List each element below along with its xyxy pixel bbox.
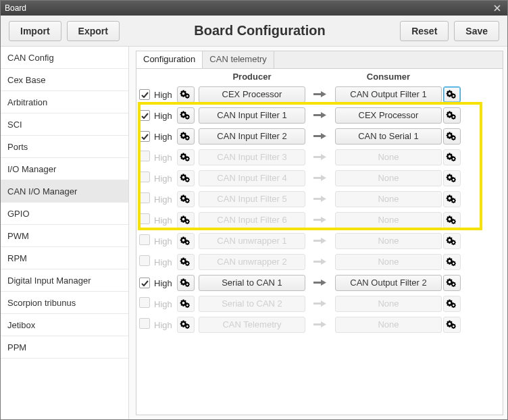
priority-label: High [154,278,172,288]
consumer-settings-icon[interactable] [443,128,461,145]
consumer-settings-icon [443,233,461,249]
producer-select: Serial to CAN 2 [199,296,305,312]
arrow-right-icon [307,235,334,247]
page-title: Board Configuration [122,23,397,38]
consumer-settings-icon [443,191,461,207]
sidebar-item[interactable]: Digital Input Manager [1,269,128,292]
sidebar-item[interactable]: I/O Manager [1,158,128,180]
sidebar-item[interactable]: PWM [1,225,128,247]
priority-label: High [154,257,172,267]
consumer-select[interactable]: CAN Output Filter 1 [335,86,442,103]
producer-settings-icon[interactable] [177,128,195,145]
producer-settings-icon [177,254,195,270]
sidebar-item[interactable]: SCI [1,113,128,136]
arrow-right-icon [307,298,334,310]
arrow-right-icon [307,214,334,226]
sidebar-item[interactable]: RPM [1,247,128,269]
producer-select: CAN Input Filter 6 [199,212,305,228]
tabstrip: ConfigurationCAN telemetry [136,51,503,68]
import-button[interactable]: Import [9,21,61,41]
consumer-settings-icon [443,212,461,228]
consumer-settings-icon [443,149,461,165]
priority-label: High [154,236,172,246]
sidebar-item[interactable]: CAN I/O Manager [1,180,128,203]
tab[interactable]: Configuration [136,51,203,68]
arrow-right-icon [307,109,334,122]
producer-select[interactable]: CEX Processor [199,86,305,103]
consumer-settings-icon [443,254,461,270]
consumer-settings-icon [443,317,461,333]
consumer-settings-icon [443,170,461,186]
consumer-select: None [335,191,442,207]
producer-settings-icon[interactable] [177,275,195,291]
enable-checkbox[interactable] [139,89,150,100]
producer-settings-icon[interactable] [177,86,195,103]
producer-select: CAN unwrapper 1 [199,233,305,249]
sidebar: CAN ConfigCex BaseArbitrationSCIPortsI/O… [1,47,129,419]
table-row: HighCAN Input Filter 2CAN to Serial 1 [136,126,503,147]
consumer-select[interactable]: CAN to Serial 1 [335,128,442,145]
priority-label: High [154,215,172,226]
sidebar-item[interactable]: GPIO [1,203,128,225]
table-header: Producer Consumer [136,69,503,84]
export-button[interactable]: Export [67,21,120,41]
sidebar-item[interactable]: Scorpion tribunus [1,292,128,314]
consumer-select: None [335,170,442,186]
save-button[interactable]: Save [454,21,499,41]
consumer-settings-icon[interactable] [443,107,461,124]
toolbar: Import Export Board Configuration Reset … [1,16,507,47]
producer-select[interactable]: CAN Input Filter 2 [199,128,305,145]
sidebar-item[interactable]: Cex Base [1,69,128,91]
reset-button[interactable]: Reset [400,21,449,41]
enable-checkbox [139,297,150,308]
arrow-right-icon [307,193,334,205]
arrow-right-icon [307,172,334,184]
producer-select[interactable]: CAN Input Filter 1 [199,107,305,124]
enable-checkbox[interactable] [139,278,150,288]
priority-label: High [154,90,172,100]
table-row: HighCAN Input Filter 4None [136,167,503,188]
enable-checkbox [139,213,150,224]
arrow-right-icon [307,88,334,101]
consumer-select: None [335,233,442,249]
sidebar-item[interactable]: CAN Config [1,47,128,69]
producer-settings-icon [177,317,195,333]
arrow-right-icon [307,277,334,289]
priority-label: High [154,132,172,142]
table-row: HighCEX ProcessorCAN Output Filter 1 [136,84,503,105]
producer-settings-icon[interactable] [177,107,195,124]
producer-settings-icon [177,296,195,312]
arrow-right-icon [307,130,334,142]
sidebar-item[interactable]: Ports [1,136,128,158]
close-icon[interactable] [491,3,503,14]
header-producer: Producer [197,72,307,82]
table-row: HighSerial to CAN 1CAN Output Filter 2 [136,272,503,293]
table-row: HighCAN Input Filter 1CEX Processor [136,105,503,126]
priority-label: High [154,111,172,121]
enable-checkbox[interactable] [139,131,150,142]
sidebar-item[interactable]: Jetibox [1,314,128,336]
consumer-select: None [335,296,442,312]
producer-select: CAN Input Filter 4 [199,170,305,186]
enable-checkbox [139,318,150,329]
producer-select[interactable]: Serial to CAN 1 [199,275,305,291]
config-panel[interactable]: Producer Consumer HighCEX ProcessorCAN O… [136,69,503,415]
enable-checkbox[interactable] [139,110,150,121]
table-row: HighCAN Input Filter 6None [136,209,503,230]
consumer-select[interactable]: CAN Output Filter 2 [335,275,442,291]
window-titlebar: Board [1,1,507,16]
arrow-right-icon [307,151,334,163]
consumer-settings-icon[interactable] [443,275,461,291]
enable-checkbox [139,255,150,266]
producer-settings-icon [177,149,195,165]
consumer-settings-icon[interactable] [443,86,461,103]
sidebar-item[interactable]: Arbitration [1,91,128,113]
consumer-select[interactable]: CEX Processor [335,107,442,124]
producer-settings-icon [177,191,195,207]
tab[interactable]: CAN telemetry [203,51,274,68]
consumer-select: None [335,317,442,333]
enable-checkbox [139,151,150,161]
sidebar-item[interactable]: PPM [1,336,128,359]
consumer-select: None [335,254,442,270]
table-row: HighCAN unwrapper 1None [136,230,503,251]
